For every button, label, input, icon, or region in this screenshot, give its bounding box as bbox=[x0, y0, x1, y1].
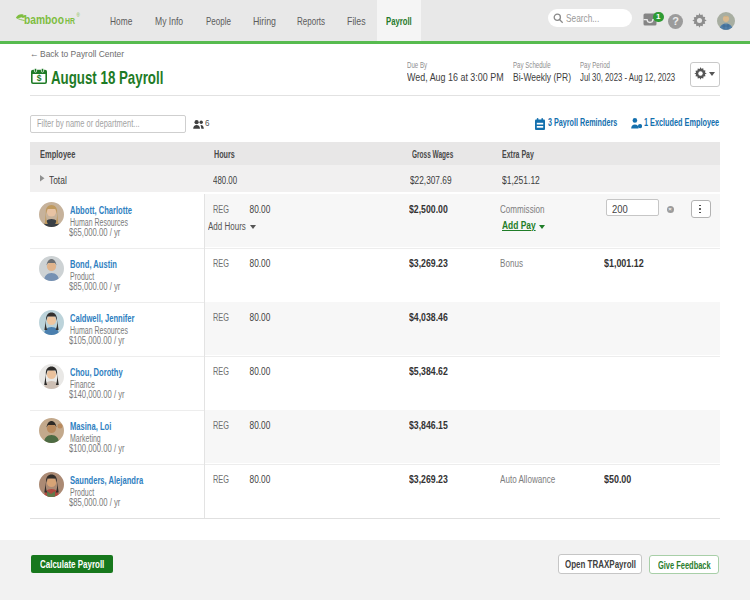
svg-text:$: $ bbox=[37, 73, 42, 83]
